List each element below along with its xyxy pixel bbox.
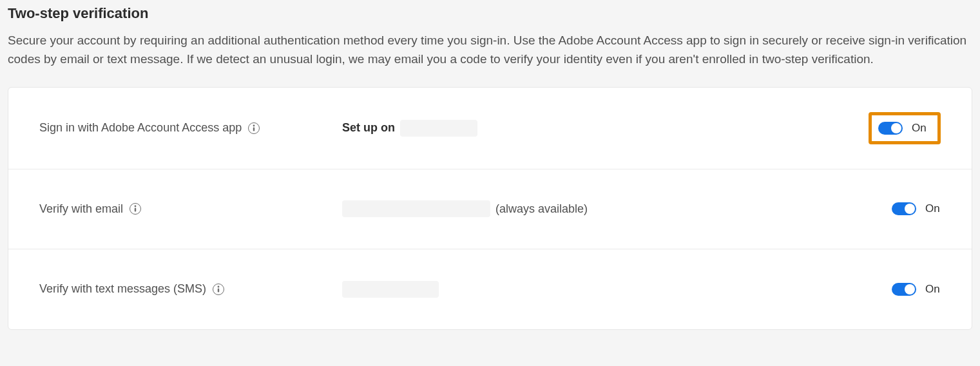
redacted-email bbox=[342, 200, 490, 217]
row-label: Verify with email bbox=[39, 202, 123, 216]
toggle-state-label: On bbox=[925, 283, 941, 296]
svg-point-4 bbox=[218, 285, 220, 287]
info-icon[interactable] bbox=[213, 284, 224, 295]
row-verify-email: Verify with email (always available) On bbox=[8, 169, 972, 249]
redacted-device-name bbox=[400, 120, 477, 137]
svg-rect-1 bbox=[253, 127, 255, 131]
toggle-verify-sms[interactable] bbox=[892, 283, 916, 296]
row-verify-sms: Verify with text messages (SMS) On bbox=[8, 249, 972, 329]
toggle-state-label: On bbox=[912, 122, 927, 135]
toggle-account-access[interactable] bbox=[878, 122, 903, 135]
row-label: Verify with text messages (SMS) bbox=[39, 282, 206, 296]
svg-point-2 bbox=[135, 206, 137, 207]
svg-rect-5 bbox=[218, 288, 219, 292]
toggle-verify-email[interactable] bbox=[892, 202, 916, 215]
svg-point-0 bbox=[253, 124, 255, 126]
row-label: Sign in with Adobe Account Access app bbox=[39, 121, 242, 135]
info-icon[interactable] bbox=[248, 122, 260, 134]
highlighted-toggle-container: On bbox=[869, 112, 941, 144]
setup-on-label: Set up on bbox=[342, 121, 395, 135]
toggle-state-label: On bbox=[925, 202, 941, 215]
two-step-panel: Sign in with Adobe Account Access app Se… bbox=[8, 87, 972, 330]
row-account-access-app: Sign in with Adobe Account Access app Se… bbox=[8, 88, 972, 169]
section-description: Secure your account by requiring an addi… bbox=[8, 31, 972, 69]
redacted-phone bbox=[342, 281, 439, 298]
email-availability: (always available) bbox=[495, 202, 588, 216]
section-title: Two-step verification bbox=[8, 5, 972, 22]
svg-rect-3 bbox=[135, 208, 136, 212]
info-icon[interactable] bbox=[130, 203, 141, 215]
